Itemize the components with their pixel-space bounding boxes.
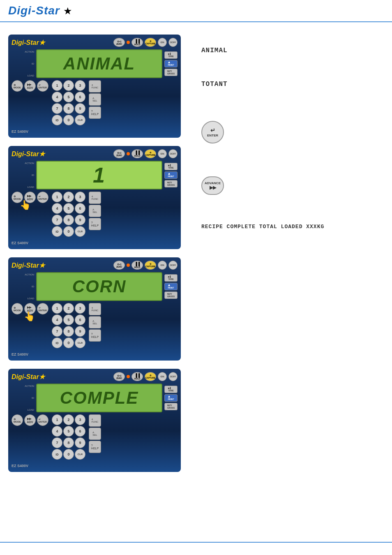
key-3-1[interactable]: 3 [75,80,85,91]
key-8-1[interactable]: 8 [63,103,74,114]
key-1-2[interactable]: 1 [52,192,62,202]
off-button-3[interactable]: OOFF [168,261,178,270]
key-5-4[interactable]: 5 [63,426,74,437]
key-6-2[interactable]: 6 [75,203,85,214]
net-btn-1[interactable]: NET/GROSS [164,69,178,76]
advance-btn-4[interactable]: ▶▶ADV [24,414,36,426]
print-btn-1[interactable]: 🖶PRINT [164,60,178,67]
key-0-3[interactable]: 0 [63,338,74,348]
funckey-2-2[interactable]: ASEL [89,205,101,217]
key-9-3[interactable]: 9 [75,326,85,337]
zero-button-2[interactable]: ⊙◁ZERO [113,149,125,158]
key-2-4[interactable]: 2 [63,414,74,425]
key-9-2[interactable]: 9 [75,215,85,225]
key-6-3[interactable]: 6 [75,314,85,325]
key-8-3[interactable]: 8 [63,326,74,337]
tare-btn-2[interactable]: ▶▌TARE [164,163,178,170]
key-9-4[interactable]: 9 [75,437,85,448]
key-7-3[interactable]: 7 [52,326,62,337]
on-button-4[interactable]: ION [158,372,167,381]
funckey-3-1[interactable]: ?HELP [89,106,101,119]
capture-button-3[interactable]: ⚙CAPTURE [145,261,156,270]
key-1-4[interactable]: 1 [52,414,62,425]
enter-btn-1[interactable]: ↵ENTER [37,80,48,92]
key-4-1[interactable]: 4 [52,92,62,102]
funckey-2-3[interactable]: ASEL [89,316,101,328]
key-4-2[interactable]: 4 [52,203,62,214]
enter-btn-2[interactable]: ↵ENTER [37,192,48,203]
funckey-2-1[interactable]: ASEL [89,93,101,106]
key-clear-1[interactable]: CLR [75,115,85,125]
key-clear-3[interactable]: CLR [75,338,85,348]
capture-button-4[interactable]: ⚙CAPTURE [145,372,156,381]
hold-button-4[interactable]: ▐▐HOLD [131,372,143,381]
print-btn-2[interactable]: 🖶PRINT [164,171,178,179]
mode-btn-3[interactable]: ⚙MODE [12,303,23,314]
key-7-1[interactable]: 7 [52,103,62,114]
key-3-3[interactable]: 3 [75,303,85,314]
key-2-1[interactable]: 2 [63,80,74,91]
key-4-4[interactable]: 4 [52,426,62,437]
key-1-3[interactable]: 1 [52,303,62,314]
key-id-2[interactable]: ID [52,226,62,237]
key-2-3[interactable]: 2 [63,303,74,314]
key-4-3[interactable]: 4 [52,314,62,325]
hold-button-2[interactable]: ▐▐HOLD [131,149,143,158]
hold-button-3[interactable]: ▐▐HOLD [131,261,143,270]
off-button-1[interactable]: OOFF [168,38,178,47]
key-0-1[interactable]: 0 [63,115,74,125]
on-button-3[interactable]: ION [158,261,167,270]
key-6-1[interactable]: 6 [75,92,85,102]
key-3-4[interactable]: 3 [75,414,85,425]
net-btn-4[interactable]: NET/GROSS [164,403,178,410]
mode-btn-1[interactable]: ⚙MODE [12,80,23,92]
enter-btn-3[interactable]: ↵ENTER [37,303,48,314]
off-button-2[interactable]: OOFF [168,149,178,158]
enter-btn-4[interactable]: ↵ENTER [37,414,48,426]
print-btn-4[interactable]: 🖶PRINT [164,394,178,402]
zero-button-3[interactable]: ⊙◁ZERO [113,261,125,270]
key-6-4[interactable]: 6 [75,426,85,437]
on-button-1[interactable]: ION [158,38,167,47]
advance-btn-1[interactable]: ▶▶ADV [24,80,36,92]
zero-button-1[interactable]: ⊙◁ZERO [113,38,125,47]
net-btn-2[interactable]: NET/GROSS [164,180,178,187]
key-1-1[interactable]: 1 [52,80,62,91]
key-id-3[interactable]: ID [52,338,62,348]
funckey-1-4[interactable]: 4FUNC [89,414,101,427]
funckey-1-2[interactable]: 4FUNC [89,192,101,204]
key-5-2[interactable]: 5 [63,203,74,214]
key-7-2[interactable]: 7 [52,215,62,225]
key-5-1[interactable]: 5 [63,92,74,102]
key-0-2[interactable]: 0 [63,226,74,237]
hold-button-1[interactable]: ▐▐HOLD [131,38,143,47]
funckey-3-3[interactable]: ?HELP [89,329,101,342]
key-8-2[interactable]: 8 [63,215,74,225]
capture-button-1[interactable]: ⚙CAPTURE [145,38,156,47]
key-0-4[interactable]: 0 [63,449,74,460]
funckey-3-4[interactable]: ?HELP [89,441,101,453]
key-7-4[interactable]: 7 [52,437,62,448]
on-button-2[interactable]: ION [158,149,167,158]
tare-btn-3[interactable]: ▶▌TARE [164,274,178,282]
key-9-1[interactable]: 9 [75,103,85,114]
zero-button-4[interactable]: ⊙◁ZERO [113,372,125,381]
mode-btn-4[interactable]: ⚙MODE [12,414,23,426]
funckey-2-4[interactable]: ASEL [89,428,101,440]
net-btn-3[interactable]: NET/GROSS [164,291,178,299]
key-clear-2[interactable]: CLR [75,226,85,237]
key-2-2[interactable]: 2 [63,192,74,202]
tare-btn-1[interactable]: ▶▌TARE [164,51,178,59]
funckey-1-3[interactable]: 4FUNC [89,303,101,315]
key-clear-4[interactable]: CLR [75,449,85,460]
off-button-4[interactable]: OOFF [168,372,178,381]
key-5-3[interactable]: 5 [63,314,74,325]
key-id-4[interactable]: ID [52,449,62,460]
capture-button-2[interactable]: ⚙CAPTURE [145,149,156,158]
key-id-1[interactable]: ID [52,115,62,125]
tare-btn-4[interactable]: ▶▌TARE [164,386,178,393]
funckey-3-2[interactable]: ?HELP [89,218,101,230]
key-3-2[interactable]: 3 [75,192,85,202]
print-btn-3[interactable]: 🖶PRINT [164,283,178,290]
key-8-4[interactable]: 8 [63,437,74,448]
